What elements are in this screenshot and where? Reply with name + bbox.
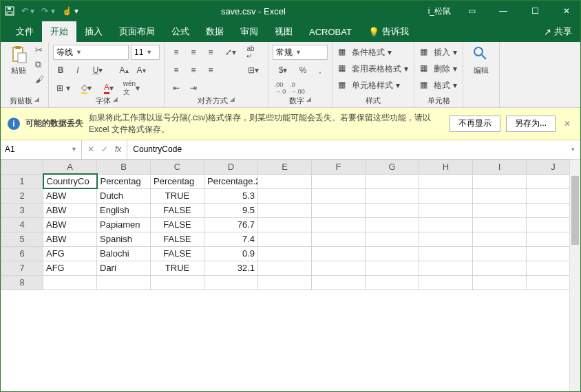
cell[interactable]: Balochi bbox=[97, 246, 151, 261]
name-box[interactable]: A1▼ bbox=[1, 140, 82, 159]
tab-file[interactable]: 文件 bbox=[8, 21, 42, 42]
cell[interactable] bbox=[419, 275, 473, 290]
cell[interactable]: English bbox=[97, 203, 151, 217]
cell[interactable] bbox=[473, 174, 527, 188]
tab-formulas[interactable]: 公式 bbox=[163, 21, 198, 42]
row-header[interactable]: 3 bbox=[1, 203, 43, 217]
format-cells-button[interactable]: ▦格式 ▾ bbox=[419, 78, 458, 93]
select-all-corner[interactable] bbox=[1, 160, 43, 174]
orientation-icon[interactable]: ⤢▾ bbox=[220, 45, 241, 60]
cell[interactable] bbox=[204, 275, 258, 290]
tab-home[interactable]: 开始 bbox=[42, 21, 76, 42]
cell[interactable]: Dari bbox=[97, 261, 151, 275]
cell[interactable]: 7.4 bbox=[204, 232, 258, 246]
cell[interactable] bbox=[312, 217, 366, 232]
cell[interactable] bbox=[312, 261, 366, 275]
decrease-indent-icon[interactable]: ⇤ bbox=[169, 80, 184, 96]
dialog-launcher-icon[interactable]: ◢ bbox=[306, 96, 311, 106]
cell[interactable] bbox=[419, 188, 473, 203]
cell[interactable]: Percentage.2 bbox=[204, 174, 258, 188]
row-header[interactable]: 8 bbox=[1, 275, 43, 290]
col-header[interactable]: I bbox=[473, 160, 527, 174]
cell[interactable]: AFG bbox=[43, 261, 97, 275]
decrease-font-icon[interactable]: A▾ bbox=[134, 63, 149, 78]
tab-acrobat[interactable]: ACROBAT bbox=[301, 21, 360, 42]
enter-formula-icon[interactable]: ✓ bbox=[101, 144, 108, 154]
save-as-button[interactable]: 另存为... bbox=[506, 116, 556, 132]
cell[interactable]: TRUE bbox=[151, 261, 204, 275]
row-header[interactable]: 6 bbox=[1, 246, 43, 261]
cell[interactable]: 5.3 bbox=[204, 188, 258, 203]
cell[interactable]: ABW bbox=[43, 217, 97, 232]
align-left-icon[interactable]: ≡ bbox=[169, 63, 184, 78]
font-name-combo[interactable]: 等线▼ bbox=[53, 45, 129, 60]
tab-view[interactable]: 视图 bbox=[266, 21, 301, 42]
redo-icon[interactable]: ↷ ▾ bbox=[41, 6, 54, 16]
cell[interactable] bbox=[258, 174, 312, 188]
vertical-scrollbar[interactable] bbox=[569, 160, 580, 392]
tab-data[interactable]: 数据 bbox=[198, 21, 232, 42]
cell[interactable] bbox=[366, 203, 419, 217]
tab-review[interactable]: 审阅 bbox=[232, 21, 266, 42]
phonetic-button[interactable]: wén文 ▾ bbox=[121, 80, 142, 96]
cell[interactable] bbox=[473, 217, 527, 232]
cell[interactable] bbox=[312, 188, 366, 203]
cell[interactable] bbox=[419, 217, 473, 232]
conditional-format-button[interactable]: ▦条件格式 ▾ bbox=[337, 45, 393, 60]
cell[interactable] bbox=[366, 261, 419, 275]
align-top-icon[interactable]: ≡ bbox=[169, 45, 184, 60]
close-icon[interactable]: ✕ bbox=[557, 6, 576, 16]
cell[interactable]: Percentag bbox=[97, 174, 151, 188]
cell[interactable]: CountryCo bbox=[43, 174, 97, 188]
decrease-decimal-icon[interactable]: .0→.00 bbox=[290, 80, 305, 96]
cell[interactable] bbox=[312, 275, 366, 290]
increase-decimal-icon[interactable]: .00→.0 bbox=[273, 80, 288, 96]
cell[interactable]: AFG bbox=[43, 246, 97, 261]
col-header[interactable]: B bbox=[97, 160, 151, 174]
cell[interactable]: Percentag bbox=[151, 174, 204, 188]
cell[interactable]: FALSE bbox=[151, 217, 204, 232]
align-center-icon[interactable]: ≡ bbox=[186, 63, 201, 78]
touch-icon[interactable]: ☝ ▾ bbox=[62, 6, 78, 16]
wrap-text-icon[interactable]: ab↵ bbox=[243, 45, 258, 60]
tab-insert[interactable]: 插入 bbox=[76, 21, 111, 42]
tab-layout[interactable]: 页面布局 bbox=[111, 21, 163, 42]
cell[interactable] bbox=[366, 188, 419, 203]
cell[interactable] bbox=[366, 217, 419, 232]
align-middle-icon[interactable]: ≡ bbox=[186, 45, 201, 60]
share-button[interactable]: ↗共享 bbox=[536, 21, 580, 42]
dismiss-button[interactable]: 不再显示 bbox=[450, 116, 500, 132]
cell[interactable]: Spanish bbox=[97, 232, 151, 246]
font-size-combo[interactable]: 11▼ bbox=[131, 45, 160, 60]
delete-cells-button[interactable]: ▦删除 ▾ bbox=[419, 61, 458, 76]
comma-icon[interactable]: , bbox=[313, 63, 328, 78]
col-header[interactable]: C bbox=[151, 160, 204, 174]
cell[interactable] bbox=[258, 203, 312, 217]
cell[interactable] bbox=[419, 246, 473, 261]
cell[interactable]: FALSE bbox=[151, 203, 204, 217]
row-header[interactable]: 1 bbox=[1, 174, 43, 188]
copy-icon[interactable]: ⧉ bbox=[35, 59, 44, 70]
cell[interactable]: 32.1 bbox=[204, 261, 258, 275]
col-header[interactable]: G bbox=[366, 160, 419, 174]
cell[interactable] bbox=[312, 174, 366, 188]
dialog-launcher-icon[interactable]: ◢ bbox=[34, 96, 39, 106]
col-header[interactable]: H bbox=[419, 160, 473, 174]
cell[interactable] bbox=[151, 275, 204, 290]
row-header[interactable]: 2 bbox=[1, 188, 43, 203]
cell[interactable]: Dutch bbox=[97, 188, 151, 203]
cell[interactable] bbox=[419, 261, 473, 275]
cell[interactable]: FALSE bbox=[151, 232, 204, 246]
cell[interactable] bbox=[312, 246, 366, 261]
align-right-icon[interactable]: ≡ bbox=[203, 63, 218, 78]
col-header[interactable]: E bbox=[258, 160, 312, 174]
dialog-launcher-icon[interactable]: ◢ bbox=[113, 96, 118, 106]
col-header[interactable]: F bbox=[312, 160, 366, 174]
expand-formula-icon[interactable]: ▾ bbox=[565, 140, 580, 159]
increase-font-icon[interactable]: A▴ bbox=[116, 63, 131, 78]
tell-me[interactable]: 💡 告诉我 bbox=[360, 21, 417, 42]
cell[interactable]: 0.9 bbox=[204, 246, 258, 261]
cell[interactable] bbox=[258, 275, 312, 290]
col-header[interactable]: A bbox=[43, 160, 97, 174]
bold-button[interactable]: B bbox=[53, 63, 68, 78]
